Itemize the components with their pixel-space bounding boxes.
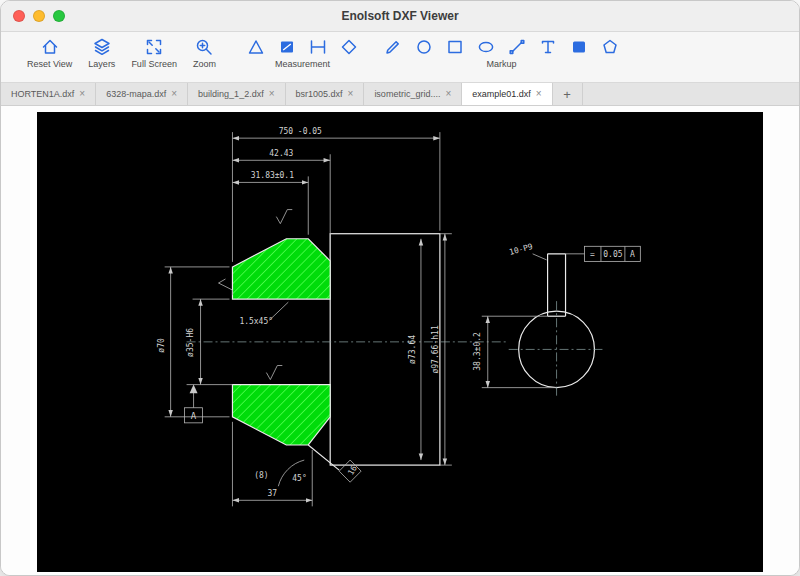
pencil-icon xyxy=(383,37,403,57)
new-tab-button[interactable]: + xyxy=(553,83,583,105)
ellipse-tool-icon xyxy=(476,37,496,57)
tab-label: HORTEN1A.dxf xyxy=(11,89,74,99)
tab-bsr1005[interactable]: bsr1005.dxf × xyxy=(286,83,365,105)
document-tab-bar: HORTEN1A.dxf × 6328-mapa.dxf × building_… xyxy=(1,83,799,106)
dim-45-deg: 45° xyxy=(292,474,306,483)
dim-8-ref: (8) xyxy=(254,471,268,480)
title-bar: Enolsoft DXF Viewer xyxy=(1,1,799,32)
datum-a-label: A xyxy=(191,411,197,421)
tab-label: bsr1005.dxf xyxy=(296,89,343,99)
window-title: Enolsoft DXF Viewer xyxy=(1,9,799,23)
tab-isometric-grid[interactable]: isometric_grid.... × xyxy=(364,83,462,105)
dim-31-83: 31.83±0.1 xyxy=(251,171,294,180)
tab-label: building_1_2.dxf xyxy=(198,89,264,99)
dim-keyway-width: 10-P9 xyxy=(508,242,534,257)
measure-perimeter-button[interactable] xyxy=(339,37,359,57)
markup-pencil-button[interactable] xyxy=(383,37,403,57)
rectangle-tool-icon xyxy=(445,37,465,57)
highlighted-section-lower xyxy=(232,385,330,445)
text-tool-icon xyxy=(538,37,558,57)
markup-group-label: Markup xyxy=(486,59,516,69)
toolbar: Reset View Layers Full Screen Zoom xyxy=(1,32,799,83)
perimeter-tool-icon xyxy=(339,37,359,57)
tab-close-icon[interactable]: × xyxy=(445,89,451,99)
dim-42-43: 42.43 xyxy=(269,149,293,158)
tab-close-icon[interactable]: × xyxy=(348,89,354,99)
layers-icon xyxy=(92,35,112,59)
fcf-tolerance: 0.05 xyxy=(603,250,622,259)
reset-view-button[interactable]: Reset View xyxy=(27,35,72,69)
polygon-tool-icon xyxy=(600,37,620,57)
dxf-drawing: A 750 -0.05 42.43 31.83±0.1 ø70 ø35-H6 1… xyxy=(37,112,763,572)
magnifier-icon xyxy=(194,35,214,59)
dim-37: 37 xyxy=(268,489,278,498)
minimize-window-button[interactable] xyxy=(33,10,45,22)
tab-close-icon[interactable]: × xyxy=(536,89,542,99)
angle-tool-icon xyxy=(246,37,266,57)
zoom-window-button[interactable] xyxy=(53,10,65,22)
tab-building-1-2[interactable]: building_1_2.dxf × xyxy=(188,83,285,105)
viewer-content: A 750 -0.05 42.43 31.83±0.1 ø70 ø35-H6 1… xyxy=(1,106,799,576)
zoom-button[interactable]: Zoom xyxy=(193,35,216,69)
measure-area-button[interactable] xyxy=(277,37,297,57)
shaft-end-view: 38.3±0.2 10-P9 = 0.05 A xyxy=(473,242,641,398)
close-window-button[interactable] xyxy=(13,10,25,22)
dim-diameter-73-64: ø73.64 xyxy=(408,335,417,364)
reset-view-label: Reset View xyxy=(27,59,72,69)
part-section-view xyxy=(187,234,506,470)
dim-overall-width: 750 -0.05 xyxy=(279,127,322,136)
window-controls xyxy=(13,10,65,22)
dim-keyway-depth: 38.3±0.2 xyxy=(473,332,482,371)
fcf-datum: A xyxy=(630,250,635,259)
full-screen-label: Full Screen xyxy=(131,59,177,69)
markup-text-button[interactable] xyxy=(538,37,558,57)
layers-button[interactable]: Layers xyxy=(88,35,115,69)
drawing-canvas[interactable]: A 750 -0.05 42.43 31.83±0.1 ø70 ø35-H6 1… xyxy=(37,112,763,572)
markup-line-button[interactable] xyxy=(507,37,527,57)
full-screen-icon xyxy=(144,35,164,59)
markup-filled-rect-button[interactable] xyxy=(569,37,589,57)
layers-label: Layers xyxy=(88,59,115,69)
feature-control-frame: = 0.05 A xyxy=(566,246,641,261)
tab-label: 6328-mapa.dxf xyxy=(106,89,166,99)
tab-close-icon[interactable]: × xyxy=(171,89,177,99)
app-window: Enolsoft DXF Viewer Reset View Layers Fu… xyxy=(0,0,800,576)
dim-diameter-35: ø35-H6 xyxy=(186,328,195,357)
tab-6328-mapa[interactable]: 6328-mapa.dxf × xyxy=(96,83,188,105)
circle-tool-icon xyxy=(414,37,434,57)
markup-polygon-button[interactable] xyxy=(600,37,620,57)
distance-tool-icon xyxy=(308,37,328,57)
dim-diameter-70: ø70 xyxy=(157,338,166,353)
line-tool-icon xyxy=(507,37,527,57)
dim-chamfer: 1.5x45° xyxy=(239,317,273,326)
markup-circle-button[interactable] xyxy=(414,37,434,57)
dim-diameter-97-66: ø97.66-h11 xyxy=(431,325,440,374)
filled-rectangle-tool-icon xyxy=(569,37,589,57)
tab-horten1a[interactable]: HORTEN1A.dxf × xyxy=(1,83,96,105)
tab-example01[interactable]: example01.dxf × xyxy=(462,83,552,105)
highlighted-section-upper xyxy=(232,239,330,299)
markup-rect-button[interactable] xyxy=(445,37,465,57)
tab-label: isometric_grid.... xyxy=(374,89,440,99)
full-screen-button[interactable]: Full Screen xyxy=(131,35,177,69)
tab-close-icon[interactable]: × xyxy=(269,89,275,99)
measure-angle-button[interactable] xyxy=(246,37,266,57)
measure-distance-button[interactable] xyxy=(308,37,328,57)
fcf-symbol: = xyxy=(590,250,595,259)
markup-tools: Markup xyxy=(383,35,620,69)
tab-close-icon[interactable]: × xyxy=(79,89,85,99)
home-icon xyxy=(40,35,60,59)
measurement-group-label: Measurement xyxy=(275,59,330,69)
measurement-tools: Measurement xyxy=(246,35,359,69)
dimension-lines xyxy=(165,132,452,506)
area-tool-icon xyxy=(277,37,297,57)
tab-label: example01.dxf xyxy=(472,89,531,99)
zoom-label: Zoom xyxy=(193,59,216,69)
markup-ellipse-button[interactable] xyxy=(476,37,496,57)
